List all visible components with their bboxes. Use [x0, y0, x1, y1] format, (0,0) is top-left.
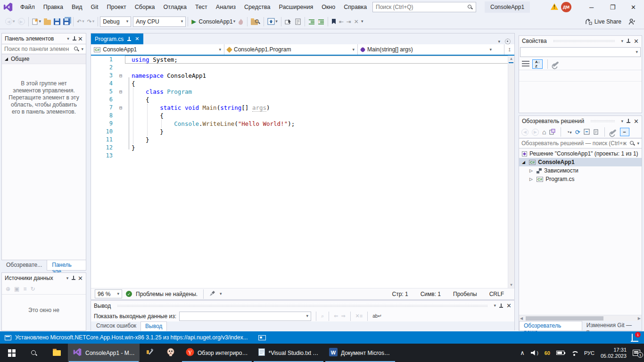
- horizontal-scrollbar[interactable]: ◀ ▶: [519, 315, 642, 321]
- open-file-icon[interactable]: [42, 16, 52, 27]
- solution-search-box[interactable]: ▾: [519, 138, 642, 148]
- code-editor[interactable]: 1using System;23⊟namespace ConsoleApp14{…: [91, 56, 514, 288]
- zoom-dropdown[interactable]: 96 %▾: [95, 289, 122, 298]
- navigate-forward-button[interactable]: ▶: [17, 16, 26, 27]
- code-line-8[interactable]: 8 {: [91, 112, 514, 120]
- taskbar-button-vs[interactable]: ConsoleApp1 - Mic...: [68, 344, 140, 362]
- menu-item-8[interactable]: Анализ: [212, 2, 240, 12]
- taskbar-button-yandex[interactable]: YОбзор интегриров...: [181, 344, 253, 362]
- scroll-up-icon[interactable]: ▲: [510, 56, 513, 62]
- code-line-5[interactable]: 5⊟ class Program: [91, 88, 514, 96]
- toggle-bookmark-icon[interactable]: [330, 16, 338, 27]
- taskbar-button-word[interactable]: WДокумент Microso...: [324, 344, 396, 362]
- toolbox-pin-icon[interactable]: [72, 36, 75, 41]
- refresh-icon[interactable]: ⟳: [575, 129, 580, 135]
- toolbox-search-input[interactable]: [4, 46, 72, 52]
- output-close-icon[interactable]: ✕: [506, 303, 512, 309]
- taskbar-search-button[interactable]: [23, 344, 45, 362]
- prev-message-icon[interactable]: ⇐: [334, 313, 338, 319]
- properties-object-dropdown[interactable]: ▾: [520, 47, 641, 57]
- document-outline-icon[interactable]: [293, 16, 303, 27]
- tab-options-gear-icon[interactable]: [505, 39, 511, 44]
- data-sources-pin-icon[interactable]: [71, 275, 75, 281]
- tab-toolbox[interactable]: Панель эле...: [47, 260, 86, 271]
- expander-icon[interactable]: ◢: [522, 160, 527, 165]
- word-wrap-icon[interactable]: ab↵: [372, 313, 382, 319]
- code-line-6[interactable]: 6 {: [91, 96, 514, 104]
- se-forward-icon[interactable]: ▶: [532, 129, 539, 136]
- tab-output[interactable]: Вывод: [140, 321, 167, 331]
- preview-selected-icon[interactable]: [593, 129, 599, 136]
- battery-percent-indicator[interactable]: 60: [545, 350, 550, 356]
- wifi-icon[interactable]: [570, 350, 578, 356]
- menu-item-4[interactable]: Проект: [103, 2, 131, 12]
- taskbar-button-notepad[interactable]: *Visual Studio.txt – ...: [253, 344, 324, 362]
- active-files-dropdown-icon[interactable]: ▾: [498, 40, 500, 44]
- switch-views-icon[interactable]: [549, 129, 555, 136]
- global-search-box[interactable]: [372, 2, 476, 12]
- battery-icon[interactable]: [556, 351, 564, 355]
- se-back-icon[interactable]: ◀: [521, 129, 528, 136]
- properties-close-icon[interactable]: ✕: [634, 38, 639, 44]
- warning-icon[interactable]: !: [551, 3, 558, 10]
- taskbar-button-tools[interactable]: [140, 344, 160, 362]
- output-pin-icon[interactable]: [499, 303, 504, 309]
- solution-search-input[interactable]: [521, 140, 627, 147]
- code-line-3[interactable]: 3⊟namespace ConsoleApp1: [91, 72, 514, 80]
- language-indicator[interactable]: РУС: [584, 350, 594, 356]
- scrollbar-thumb[interactable]: [526, 316, 603, 321]
- tab-program-cs[interactable]: Program.cs ✕: [91, 33, 143, 44]
- tab-server-explorer[interactable]: Обозревате...: [1, 260, 47, 271]
- code-line-12[interactable]: 12}: [91, 144, 514, 152]
- categorized-icon[interactable]: [522, 61, 529, 67]
- toolbox-group-header[interactable]: Общие: [2, 54, 86, 64]
- undo-button[interactable]: ↶▾: [75, 16, 86, 27]
- tray-chevron-icon[interactable]: ∧: [520, 349, 525, 356]
- global-search-input[interactable]: [376, 4, 467, 10]
- redo-button[interactable]: ↷▾: [86, 16, 96, 27]
- tab-pin-icon[interactable]: [127, 36, 132, 42]
- new-project-icon[interactable]: ▾: [31, 16, 43, 27]
- tab-error-list[interactable]: Список ошибок: [92, 321, 140, 331]
- code-cleanup-dropdown-icon[interactable]: ▾: [220, 292, 222, 296]
- navigate-back-button[interactable]: ◀▾: [4, 16, 17, 27]
- property-pages-wrench-icon[interactable]: [553, 61, 559, 66]
- toolbox-close-icon[interactable]: ✕: [78, 36, 83, 42]
- menu-item-9[interactable]: Средства: [240, 2, 274, 12]
- output-menu-icon[interactable]: ▾: [494, 304, 496, 308]
- platform-dropdown[interactable]: Any CPU▾: [133, 16, 186, 27]
- increase-indent-icon[interactable]: ?: [316, 16, 326, 27]
- status-eol[interactable]: CRLF: [489, 291, 504, 297]
- split-editor-handle[interactable]: ⫱: [504, 44, 514, 55]
- start-button[interactable]: [0, 344, 23, 362]
- code-line-9[interactable]: 9 Console.WriteLine("Hello World!");: [91, 120, 514, 128]
- menu-item-0[interactable]: Файл: [16, 2, 39, 12]
- data-sources-menu-icon[interactable]: ▾: [66, 276, 69, 280]
- menu-item-3[interactable]: Git: [87, 2, 103, 12]
- solution-explorer-pin-icon[interactable]: [626, 118, 631, 124]
- minimize-button[interactable]: ─: [581, 0, 602, 14]
- properties-pin-icon[interactable]: [626, 38, 631, 44]
- edit-data-source-icon[interactable]: ▣: [14, 286, 19, 292]
- run-button[interactable]: ▶ ConsoleApp1▾: [190, 16, 237, 27]
- menu-item-12[interactable]: Справка: [339, 2, 371, 12]
- toolbox-search-box[interactable]: ▾: [2, 44, 86, 54]
- configuration-dropdown[interactable]: Debug▾: [100, 16, 131, 27]
- type-dropdown[interactable]: ConsoleApp1.Program▾: [224, 44, 358, 55]
- code-line-11[interactable]: 11 }: [91, 136, 514, 144]
- hot-reload-icon[interactable]: [237, 16, 245, 27]
- show-all-files-toggle[interactable]: −: [620, 128, 629, 136]
- data-sources-close-icon[interactable]: ✕: [78, 275, 83, 281]
- menu-item-5[interactable]: Сборка: [131, 2, 159, 12]
- live-share-button[interactable]: Live Share: [585, 18, 636, 25]
- menu-item-7[interactable]: Тест: [191, 2, 212, 12]
- tab-solution-explorer[interactable]: Обозреватель реше...: [519, 321, 582, 330]
- editor-vertical-scrollbar[interactable]: ▲ ▼: [508, 56, 514, 288]
- scroll-down-icon[interactable]: ▼: [510, 282, 513, 288]
- solution-explorer-close-icon[interactable]: ✕: [634, 118, 639, 124]
- feedback-person-icon[interactable]: [628, 18, 636, 25]
- volume-icon[interactable]: ): [531, 350, 538, 356]
- menu-item-6[interactable]: Отладка: [159, 2, 191, 12]
- tab-close-icon[interactable]: ✕: [135, 36, 139, 42]
- scroll-right-icon[interactable]: ▶: [637, 316, 642, 321]
